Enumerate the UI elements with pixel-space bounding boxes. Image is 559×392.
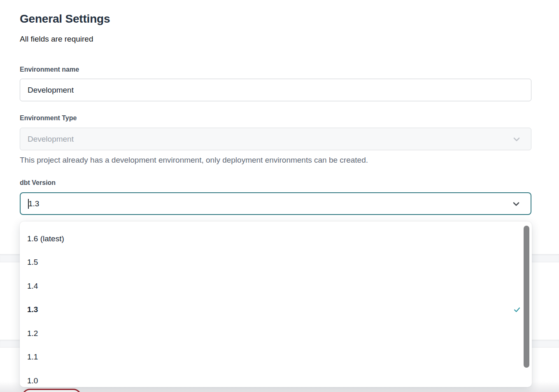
environment-type-helper-text: This project already has a development e… — [20, 156, 368, 165]
dropdown-option[interactable]: 1.5 — [20, 251, 532, 275]
chevron-down-icon[interactable] — [512, 199, 521, 208]
environment-type-label: Environment Type — [20, 114, 77, 122]
dropdown-option-label: 1.5 — [27, 258, 38, 267]
dropdown-option[interactable]: 1.6 (latest) — [20, 227, 532, 251]
check-icon — [513, 306, 521, 314]
environment-type-select: Development — [20, 128, 531, 150]
danger-button[interactable] — [22, 389, 82, 392]
dropdown-option[interactable]: 1.0 — [20, 369, 532, 387]
dropdown-option[interactable]: 1.1 — [20, 345, 532, 369]
dbt-version-value: 1.3 — [28, 199, 39, 208]
dbt-version-dropdown: 1.6 (latest) 1.5 1.4 1.3 1.2 1.1 1.0 — [20, 222, 532, 387]
dropdown-option[interactable]: 1.2 — [20, 322, 532, 345]
dropdown-option-label: 1.4 — [27, 282, 38, 291]
environment-name-label: Environment name — [20, 66, 79, 73]
dropdown-option-label: 1.6 (latest) — [27, 234, 64, 243]
dropdown-option-label: 1.0 — [27, 376, 38, 385]
dropdown-option[interactable]: 1.3 — [20, 298, 532, 322]
dbt-version-combobox[interactable]: 1.3 — [20, 192, 531, 215]
environment-settings-page: General Settings All fields are required… — [0, 0, 559, 392]
dropdown-scrollbar-thumb[interactable] — [524, 226, 529, 368]
chevron-down-icon — [512, 135, 521, 144]
environment-type-value: Development — [28, 135, 74, 144]
dropdown-option-label: 1.2 — [27, 329, 38, 338]
dropdown-option[interactable]: 1.4 — [20, 274, 532, 298]
dropdown-option-label: 1.1 — [27, 352, 38, 362]
dropdown-option-label: 1.3 — [27, 305, 38, 314]
environment-name-input[interactable] — [20, 79, 531, 101]
page-title: General Settings — [20, 12, 110, 26]
page-subtitle: All fields are required — [20, 35, 93, 44]
dbt-version-label: dbt Version — [20, 179, 56, 187]
